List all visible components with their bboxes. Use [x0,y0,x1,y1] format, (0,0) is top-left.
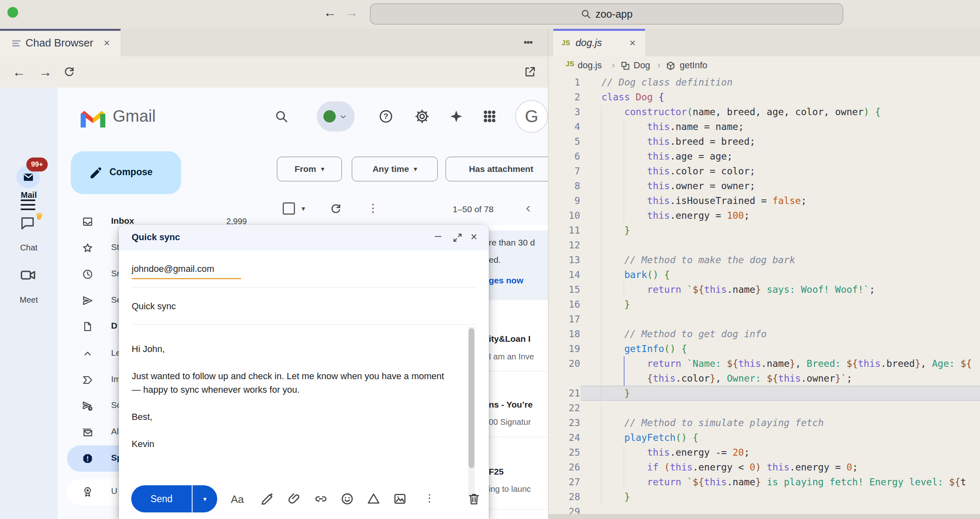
more-send-options-icon[interactable]: ⋮ [424,492,435,505]
code-line-26[interactable]: 26 if (this.energy < 0) this.energy = 0; [548,460,980,475]
code-line-10[interactable]: 10 this.energy = 100; [548,208,980,223]
spam-icon [82,453,93,464]
insert-photo-icon[interactable] [393,492,407,506]
refresh-icon[interactable] [329,202,342,215]
code-line-wrap[interactable]: {this.color}, Owner: ${this.owner}`; [548,371,980,386]
code-line-13[interactable]: 13 // Method to make the dog bark [548,253,980,267]
help-me-write-icon[interactable] [260,492,274,506]
code-line-2[interactable]: 2class Dog { [548,90,980,104]
code-line-17[interactable]: 17 [548,312,980,327]
code-line-9[interactable]: 9 this.isHouseTrained = false; [548,193,980,208]
app-search-bar[interactable]: zoo-app [370,3,843,25]
spam-banner-line1: re than 30 d [489,238,535,248]
select-all-checkbox[interactable] [283,202,295,215]
window-control-green[interactable] [7,7,18,18]
browser-forward-icon[interactable]: → [39,65,52,80]
inbox-icon [82,216,93,227]
code-line-16[interactable]: 16 } [548,297,980,312]
email-row-snippet[interactable]: 00 Signatur [489,417,531,427]
code-text: return `Name: ${this.name}, Breed: ${thi… [601,356,972,371]
apps-grid-icon[interactable] [483,109,497,123]
code-text: getInfo() { [601,341,687,356]
code-line-15[interactable]: 15 return `${this.name} says: Woof! Woof… [548,282,980,297]
compose-button[interactable]: Compose [71,151,181,194]
code-line-7[interactable]: 7 this.color = color; [548,164,980,178]
recipient-field[interactable]: johndoe@gmail.com [132,264,214,274]
email-row-title[interactable]: ity&Loan I [489,334,531,344]
js-file-icon: JS [562,39,570,47]
app-back-icon[interactable]: ← [323,5,337,20]
tab-chad-browser[interactable]: Chad Browser × [0,29,121,56]
code-line-28[interactable]: 28 } [548,489,980,504]
insert-drive-icon[interactable] [367,492,381,506]
attach-file-icon[interactable] [288,492,302,506]
message-body[interactable]: Hi John,Just wanted to follow up and che… [132,342,444,464]
compose-header[interactable]: Quick sync – × [119,225,489,250]
tab-overflow-icon[interactable] [522,37,535,47]
close-icon[interactable]: × [471,231,477,243]
code-line-11[interactable]: 11 } [548,223,980,238]
code-line-5[interactable]: 5 this.breed = breed; [548,134,980,149]
popout-icon[interactable] [452,232,463,243]
line-number: 8 [548,178,580,193]
line-number: 15 [548,282,580,297]
send-button[interactable]: Send [131,485,192,512]
code-text: this.energy = 100; [601,208,750,223]
code-line-23[interactable]: 23 // Method to simulate playing fetch [548,415,980,430]
filter-chip-from[interactable]: From▾ [277,157,342,181]
chip-label: Has attachment [469,164,533,174]
code-line-4[interactable]: 4 this.name = name; [548,119,980,134]
code-line-3[interactable]: 3 constructor(name, breed, age, color, o… [548,104,980,119]
breadcrumb-method[interactable]: getInfo [680,60,707,71]
status-pill[interactable] [317,101,355,132]
email-row-snippet[interactable]: I am an Inve [489,352,534,361]
account-avatar[interactable]: G [515,100,548,133]
open-external-icon[interactable] [523,65,536,79]
line-number: 17 [548,312,580,327]
select-caret-icon[interactable]: ▾ [302,204,305,213]
breadcrumb-file[interactable]: dog.js [578,60,602,71]
code-line-24[interactable]: 24 playFetch() { [548,430,980,445]
code-text: } [601,297,630,312]
help-icon[interactable]: ? [379,109,393,124]
code-line-20[interactable]: 20 return `Name: ${this.name}, Breed: ${… [548,356,980,371]
settings-gear-icon[interactable] [414,109,430,124]
line-number: 23 [548,415,580,430]
delete-spam-link[interactable]: ges now [489,276,523,285]
filter-chip-any-time[interactable]: Any time▾ [352,157,438,181]
subject-field[interactable]: Quick sync [132,301,176,312]
code-line-6[interactable]: 6 this.age = age; [548,149,980,164]
tab-dog-js[interactable]: JS dog.js × [553,29,645,56]
insert-link-icon[interactable] [314,492,328,506]
email-row-title[interactable]: ns - You’re [489,400,533,410]
discard-draft-icon[interactable] [467,492,481,506]
email-row-title[interactable]: F25 [489,467,504,477]
breadcrumb-class[interactable]: Dog [634,60,650,71]
gemini-sparkle-icon[interactable] [449,109,463,123]
gmail-search-icon[interactable] [274,109,288,123]
tab-close-icon[interactable]: × [629,37,636,49]
filter-chip-has-attachment[interactable]: Has attachment [446,157,548,181]
tab-close-icon[interactable]: × [104,37,110,49]
body-scrollbar-thumb[interactable] [469,328,474,468]
code-line-19[interactable]: 19 getInfo() { [548,341,980,356]
code-line-25[interactable]: 25 this.energy -= 20; [548,445,980,460]
email-row-snippet[interactable]: ing to launc [489,484,531,494]
code-line-21[interactable]: 21 } [548,386,980,401]
minimize-icon[interactable]: – [435,229,441,242]
browser-back-icon[interactable]: ← [12,65,26,80]
more-options-icon[interactable]: ⋮ [367,202,379,215]
code-line-14[interactable]: 14 bark() { [548,267,980,282]
code-line-22[interactable]: 22 [548,401,980,415]
newer-page-icon[interactable]: ‹ [526,199,530,215]
code-line-1[interactable]: 1// Dog class definition [548,75,980,90]
formatting-options-icon[interactable]: Aa [231,493,244,506]
code-line-27[interactable]: 27 return `${this.name} is playing fetch… [548,475,980,489]
app-forward-icon[interactable]: → [345,5,358,20]
code-line-18[interactable]: 18 // Method to get dog info [548,327,980,341]
reload-icon[interactable] [63,65,76,79]
code-line-8[interactable]: 8 this.owner = owner; [548,178,980,193]
insert-emoji-icon[interactable] [340,492,354,506]
code-line-12[interactable]: 12 [548,238,980,253]
send-options-button[interactable]: ▾ [193,485,217,512]
